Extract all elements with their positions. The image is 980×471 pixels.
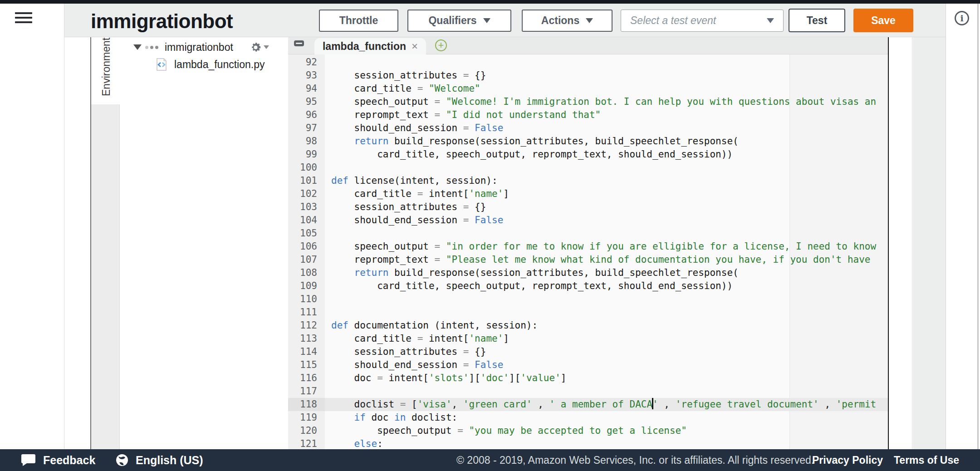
code-token: license(intent, session): (348, 175, 498, 186)
code-token: session_attributes (331, 346, 463, 357)
code-line[interactable]: card_title = intent['name'] (325, 332, 888, 345)
code-token: speech_output (331, 96, 435, 107)
code-line[interactable]: speech_output = "Welcome! I'm immigratio… (325, 95, 888, 108)
code-line[interactable]: speech_output = "you may be accepted to … (325, 424, 888, 437)
code-line[interactable]: card_title = intent['name'] (325, 187, 888, 201)
code-line[interactable]: session_attributes = {} (325, 69, 888, 82)
code-token: 'permit (836, 399, 877, 410)
code-line[interactable]: speech_output = "in order for me to know… (325, 240, 888, 253)
code-token: speech_output (331, 425, 457, 436)
code-token: , (532, 399, 549, 410)
privacy-policy-link[interactable]: Privacy Policy (812, 449, 883, 471)
code-line[interactable]: reprompt_text = "I did not understand th… (325, 108, 888, 122)
code-token: = (463, 123, 469, 133)
line-number: 92 (288, 56, 325, 69)
code-line[interactable]: should_end_session = False (325, 122, 888, 135)
code-line[interactable] (325, 161, 888, 174)
folder-expander-icon[interactable] (133, 44, 142, 50)
code-line[interactable]: session_attributes = {} (325, 345, 888, 358)
environment-panel-tab[interactable]: Environment (91, 37, 120, 96)
line-number: 95 (288, 95, 325, 108)
code-token: = (463, 201, 469, 212)
code-token: "I did not understand that" (446, 109, 601, 120)
root-folder-label: immigrationbot (165, 41, 233, 54)
tab-close-icon[interactable]: × (412, 41, 418, 52)
code-line[interactable]: def license(intent, session): (325, 174, 888, 187)
code-token: intent[ (423, 188, 469, 199)
editor-gutter: 9293949596979899100101102103104105106107… (288, 54, 325, 449)
save-button[interactable]: Save (853, 9, 913, 32)
code-line[interactable]: card_title, speech_output, reprompt_text… (325, 280, 888, 293)
code-token: = (435, 96, 441, 107)
code-token: def (331, 320, 348, 331)
code-token: 'visa' (417, 399, 452, 410)
globe-icon (116, 454, 128, 466)
code-token: = (400, 399, 406, 410)
code-token: ] (503, 333, 509, 344)
code-line[interactable] (325, 227, 888, 240)
language-selector[interactable]: English (US) (116, 449, 203, 471)
code-token: ' (652, 399, 658, 410)
line-number: 93 (288, 69, 325, 82)
code-line[interactable]: doc = intent['slots']['doc']['value'] (325, 372, 888, 385)
code-token (469, 123, 475, 133)
throttle-button[interactable]: Throttle (319, 10, 398, 32)
tree-settings-control[interactable] (250, 41, 269, 54)
hamburger-menu-icon[interactable] (15, 12, 32, 24)
pane-menu-icon[interactable] (294, 40, 304, 46)
code-area[interactable]: session_attributes = {} card_title = "We… (325, 54, 888, 449)
code-line[interactable]: return build_response(session_attributes… (325, 135, 888, 148)
feedback-button[interactable]: Feedback (21, 449, 95, 471)
code-line[interactable]: def documentation (intent, session): (325, 319, 888, 332)
code-line[interactable] (325, 56, 888, 69)
code-token: return (354, 136, 389, 147)
copyright-text: © 2008 - 2019, Amazon Web Services, Inc.… (456, 449, 814, 471)
code-token (331, 412, 354, 423)
tab-lambda-function[interactable]: lambda_function × (314, 38, 426, 54)
code-line[interactable]: else: (325, 437, 888, 449)
code-line[interactable]: card_title, speech_output, reprompt_text… (325, 148, 888, 161)
code-line[interactable]: doclist = ['visa', 'green card' , ' a me… (325, 398, 888, 411)
code-line[interactable] (325, 306, 888, 319)
code-token: , (658, 399, 676, 410)
code-line[interactable]: should_end_session = False (325, 214, 888, 227)
test-button[interactable]: Test (789, 9, 845, 32)
code-token: doc (331, 373, 377, 383)
line-number: 99 (288, 148, 325, 161)
code-token (331, 136, 354, 147)
code-line[interactable]: should_end_session = False (325, 358, 888, 372)
code-token: "Please let me know what kind of documen… (446, 254, 876, 265)
info-icon[interactable]: i (955, 11, 969, 25)
code-line[interactable]: reprompt_text = "Please let me know what… (325, 253, 888, 266)
code-token: in (394, 412, 406, 423)
new-tab-icon[interactable]: + (435, 39, 447, 51)
tree-item-root-folder[interactable]: immigrationbot (120, 40, 288, 54)
line-number: 102 (288, 187, 325, 201)
tree-item-lambda-function-py[interactable]: lambda_function.py (120, 57, 288, 72)
line-number: 98 (288, 135, 325, 148)
hamburger-bar (15, 21, 32, 23)
line-number: 94 (288, 82, 325, 95)
code-token: documentation (intent, session): (348, 320, 538, 331)
page-title: immigrationbot (91, 10, 233, 33)
caret-down-icon (586, 18, 593, 23)
code-line[interactable] (325, 293, 888, 306)
terms-of-use-link[interactable]: Terms of Use (894, 449, 959, 471)
code-line[interactable] (325, 385, 888, 398)
code-line[interactable]: return build_response(session_attributes… (325, 266, 888, 280)
test-event-select[interactable]: Select a test event (621, 10, 784, 32)
code-token: card_title (331, 333, 417, 344)
code-token (469, 359, 475, 370)
qualifiers-dropdown-button[interactable]: Qualifiers (407, 10, 511, 32)
line-number: 103 (288, 201, 325, 214)
ide-left-gutter (64, 37, 90, 449)
caret-down-icon (264, 45, 269, 49)
scrollbar-track[interactable] (889, 37, 912, 449)
line-number: 114 (288, 345, 325, 358)
actions-dropdown-button[interactable]: Actions (522, 10, 612, 32)
code-line[interactable]: session_attributes = {} (325, 201, 888, 214)
code-token: ' a member of DACA (549, 399, 652, 410)
code-token: = (435, 109, 441, 120)
code-line[interactable]: card_title = "Welcome" (325, 82, 888, 95)
code-line[interactable]: if doc in doclist: (325, 411, 888, 424)
